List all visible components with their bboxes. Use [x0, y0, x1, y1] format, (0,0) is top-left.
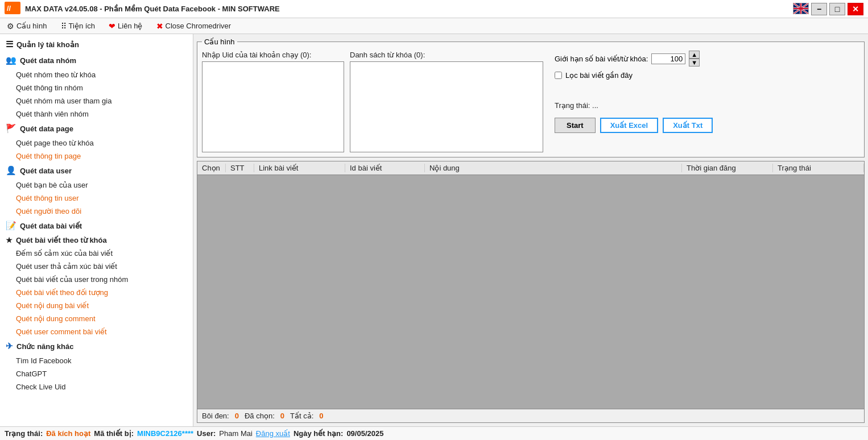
sidebar-item-chatgpt[interactable]: ChatGPT	[0, 367, 193, 380]
sidebar-item-quet-data-bai-viet[interactable]: 📝 Quét data bài viết	[0, 218, 193, 234]
sidebar-item-quet-page-tu-khoa[interactable]: Quét page theo từ khóa	[0, 136, 193, 150]
sidebar-item-quet-data-page[interactable]: 🚩 Quét data page	[0, 121, 193, 136]
statusbar-user-label: User:	[197, 429, 216, 438]
start-button[interactable]: Start	[555, 118, 596, 133]
menu-cau-hinh-label: Cấu hình	[16, 22, 47, 30]
sidebar-item-quet-user-tha-cam-xuc[interactable]: Quét user thả cảm xúc bài viết	[0, 260, 193, 273]
limit-label: Giới hạn số bài viết/từ khóa:	[555, 55, 648, 63]
right-panel: Cấu hình Nhập Uid của tài khoản chạy (0)…	[193, 34, 868, 426]
limit-row: Giới hạn số bài viết/từ khóa: ▲ ▼	[555, 51, 713, 67]
sidebar-item-quet-thong-tin-user[interactable]: Quét thông tin user	[0, 192, 193, 205]
statusbar-ma-thiet-bi-label: Mã thiết bị:	[94, 429, 134, 438]
menu-tien-ich[interactable]: ⠿ Tiện ích	[57, 20, 99, 32]
maximize-button[interactable]: □	[829, 3, 845, 15]
sidebar-item-label: Quét bạn bè của user	[16, 181, 88, 189]
config-right: Giới hạn số bài viết/từ khóa: ▲ ▼ Lọc bà…	[555, 51, 713, 133]
sidebar-item-quet-nguoi-theo-doi[interactable]: Quét người theo dõi	[0, 205, 193, 218]
statusbar-expiry-val: 09/05/2025	[346, 429, 383, 438]
spinner-down[interactable]: ▼	[689, 59, 700, 67]
sidebar-item-label: Quét nội dung comment	[16, 314, 96, 323]
sidebar-item-label: Quét page theo từ khóa	[16, 139, 94, 147]
config-fieldset: Cấu hình Nhập Uid của tài khoản chạy (0)…	[197, 38, 865, 157]
sidebar-item-quet-thanh-vien-nhom[interactable]: Quét thành viên nhóm	[0, 107, 193, 121]
sidebar-label: Quét data bài viết	[20, 222, 82, 230]
sidebar-item-dem-so-cam-xuc[interactable]: Đếm số cảm xúc của bài viết	[0, 247, 193, 260]
menu-lien-he[interactable]: ❤ Liên hệ	[105, 20, 146, 32]
sidebar-item-label: Quét thông tin user	[16, 194, 79, 202]
filter-checkbox[interactable]	[555, 72, 562, 79]
edit-icon: 📝	[6, 221, 16, 231]
sidebar-item-quet-user-comment-bai-viet[interactable]: Quét user comment bài viết	[0, 325, 193, 338]
grid-icon: ⠿	[61, 22, 67, 31]
sidebar-item-quet-ban-be-user[interactable]: Quét bạn bè của user	[0, 179, 193, 192]
statusbar-trang-thai-label: Trạng thái:	[5, 429, 43, 438]
menubar: ⚙ Cấu hình ⠿ Tiện ích ❤ Liên hệ ✖ Close …	[0, 18, 868, 34]
sidebar-item-label: Quét user comment bài viết	[16, 327, 107, 336]
config-inner: Nhập Uid của tài khoản chạy (0): Danh sá…	[202, 51, 859, 152]
filter-row: Lọc bài viết gần đây	[555, 71, 713, 80]
keywords-textarea[interactable]	[350, 61, 543, 152]
main-content: ☰ Quản lý tài khoản 👥 Quét data nhóm Qué…	[0, 34, 868, 426]
uid-textarea[interactable]	[202, 61, 344, 152]
col-trangthai: Trạng thái	[773, 164, 864, 172]
sidebar-item-label: ChatGPT	[16, 370, 47, 378]
sidebar-item-label: Quét thông tin page	[16, 152, 81, 160]
statusbar-expiry-label: Ngày hết hạn:	[294, 429, 344, 438]
filter-label: Lọc bài viết gần đây	[565, 71, 633, 80]
sidebar-item-quet-nhom-tu-khoa[interactable]: Quét nhóm theo từ khóa	[0, 68, 193, 81]
minimize-button[interactable]: −	[811, 3, 827, 15]
star-icon: ★	[6, 236, 13, 244]
menu-cau-hinh[interactable]: ⚙ Cấu hình	[3, 20, 51, 32]
da-chon-value: 0	[280, 412, 284, 420]
user-icon: 👤	[6, 165, 16, 176]
spinner: ▲ ▼	[689, 51, 700, 67]
action-buttons: Start Xuất Excel Xuất Txt	[555, 118, 713, 133]
sidebar-item-label: Check Live Uid	[16, 383, 65, 391]
sidebar-item-quet-nhom-user-tham-gia[interactable]: Quét nhóm mà user tham gia	[0, 94, 193, 107]
export-txt-button[interactable]: Xuất Txt	[663, 118, 713, 133]
sidebar-item-label: Quét bài viết theo đối tượng	[16, 288, 108, 297]
sidebar-item-quet-noi-dung-comment[interactable]: Quét nội dung comment	[0, 312, 193, 325]
export-excel-button[interactable]: Xuất Excel	[600, 118, 659, 133]
menu-icon: ☰	[6, 39, 13, 49]
close-button[interactable]: ✕	[848, 3, 863, 15]
sidebar-item-label: Quét nhóm theo từ khóa	[16, 70, 96, 79]
sidebar-item-check-live-uid[interactable]: Check Live Uid	[0, 380, 193, 393]
sidebar-item-quet-noi-dung-bai-viet[interactable]: Quét nội dung bài viết	[0, 299, 193, 312]
boi-den-label: Bôi đen:	[202, 412, 229, 420]
sidebar-item-quet-data-user[interactable]: 👤 Quét data user	[0, 163, 193, 179]
logout-link[interactable]: Đăng xuất	[256, 429, 290, 438]
sidebar-item-label: Quét người theo dõi	[16, 207, 81, 215]
da-chon-label: Đã chọn:	[245, 412, 275, 420]
spinner-up[interactable]: ▲	[689, 51, 700, 59]
sidebar-label: Quét data nhóm	[20, 56, 76, 65]
gear-icon: ⚙	[7, 22, 14, 31]
sidebar-item-tim-id-facebook[interactable]: Tìm Id Facebook	[0, 354, 193, 367]
sidebar-item-label: Quét nội dung bài viết	[16, 301, 89, 310]
app-title: MAX DATA v24.05.08 - Phần Mềm Quét Data …	[25, 5, 280, 13]
titlebar: // MAX DATA v24.05.08 - Phần Mềm Quét Da…	[0, 0, 868, 18]
sidebar-item-chuc-nang-khac[interactable]: ✈ Chức năng khác	[0, 338, 193, 354]
titlebar-left: // MAX DATA v24.05.08 - Phần Mềm Quét Da…	[5, 2, 280, 16]
limit-input[interactable]	[651, 53, 685, 64]
sidebar-item-label: Đếm số cảm xúc của bài viết	[16, 249, 113, 258]
keywords-col: Danh sách từ khóa (0):	[350, 51, 543, 152]
menu-close-chrome[interactable]: ✖ Close Chromedriver	[153, 20, 235, 32]
group-icon: 👥	[6, 55, 16, 65]
sidebar-item-quet-bai-viet-tu-khoa[interactable]: ★ Quét bài viết theo từ khóa	[0, 234, 193, 247]
statusbar-user-val: Pham Mai	[219, 429, 253, 438]
col-id: Id bài viết	[345, 164, 425, 172]
sidebar-item-quet-thong-tin-page[interactable]: Quét thông tin page	[0, 150, 193, 163]
col-link: Link bài viết	[254, 164, 345, 172]
sidebar-item-label: Quét nhóm mà user tham gia	[16, 97, 111, 105]
config-legend: Cấu hình	[202, 38, 237, 46]
status-row: Trạng thái: ...	[555, 101, 713, 110]
sidebar-item-quan-ly-tai-khoan[interactable]: ☰ Quản lý tài khoản	[0, 36, 193, 52]
sidebar-item-label: Quét thông tin nhóm	[16, 84, 83, 92]
language-flag[interactable]	[793, 3, 809, 14]
sidebar-item-quet-bai-viet-user-nhom[interactable]: Quét bài viết của user trong nhóm	[0, 273, 193, 286]
sidebar-label: Quét data page	[20, 124, 73, 133]
sidebar-item-quet-data-nhom[interactable]: 👥 Quét data nhóm	[0, 52, 193, 68]
sidebar-item-quet-bai-viet-doi-tuong[interactable]: Quét bài viết theo đối tượng	[0, 286, 193, 299]
sidebar-item-quet-thong-tin-nhom[interactable]: Quét thông tin nhóm	[0, 81, 193, 94]
